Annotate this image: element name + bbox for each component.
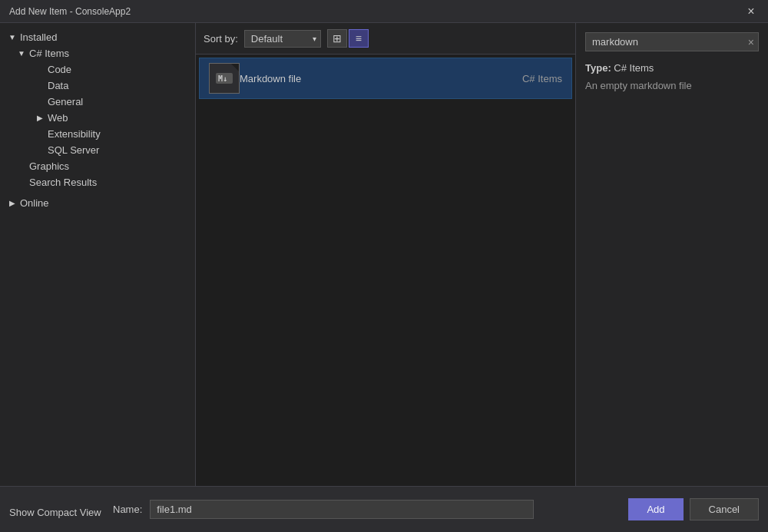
sort-toolbar: Sort by: Default Name Type ⊞ ≡ xyxy=(196,23,575,55)
icon-corner xyxy=(231,64,239,71)
sidebar-item-installed[interactable]: ▼ Installed xyxy=(0,29,195,45)
add-button[interactable]: Add xyxy=(628,498,683,520)
file-category-markdown: C# Items xyxy=(522,73,562,84)
type-prefix: Type: xyxy=(585,62,611,74)
file-list: M↓ Markdown file C# Items xyxy=(196,55,575,486)
sidebar-item-label-sql: SQL Server xyxy=(48,144,99,156)
dialog-body: ▼ Installed ▼ C# Items Code Data General… xyxy=(0,23,768,486)
sidebar-item-graphics[interactable]: Graphics xyxy=(0,158,195,174)
markdown-file-icon: M↓ xyxy=(209,63,240,94)
sidebar-item-search-results[interactable]: Search Results xyxy=(0,174,195,190)
file-name-markdown: Markdown file xyxy=(240,73,522,84)
sort-dropdown-wrapper: Default Name Type xyxy=(244,30,321,48)
svg-text:M↓: M↓ xyxy=(218,74,227,83)
sidebar-item-extensibility[interactable]: Extensibility xyxy=(0,126,195,142)
bottom-buttons: Add Cancel xyxy=(628,498,759,520)
search-clear-button[interactable]: × xyxy=(748,36,754,48)
window-title: Add New Item - ConsoleApp2 xyxy=(9,6,131,17)
name-row: Name: xyxy=(9,500,628,519)
filename-input[interactable] xyxy=(150,500,534,519)
sidebar-item-label-code: Code xyxy=(48,64,71,75)
expand-icon-csharp: ▼ xyxy=(15,49,28,58)
sidebar-item-data[interactable]: Data xyxy=(0,78,195,94)
sidebar-item-label-general: General xyxy=(48,96,83,107)
sidebar-item-label-search-results: Search Results xyxy=(29,177,97,188)
expand-icon-installed: ▼ xyxy=(6,33,18,41)
expand-icon-online: ▶ xyxy=(6,199,18,207)
sort-dropdown[interactable]: Default Name Type xyxy=(244,30,321,48)
file-item-markdown[interactable]: M↓ Markdown file C# Items xyxy=(199,58,572,99)
main-content: Sort by: Default Name Type ⊞ ≡ xyxy=(196,23,576,486)
cancel-button[interactable]: Cancel xyxy=(690,498,759,520)
sidebar-item-web[interactable]: ▶ Web xyxy=(0,110,195,126)
search-input[interactable] xyxy=(585,32,759,51)
name-label: Name: xyxy=(113,504,142,515)
right-panel: × Type: C# Items An empty markdown file xyxy=(576,23,768,486)
sidebar: ▼ Installed ▼ C# Items Code Data General… xyxy=(0,23,196,486)
bottom-bar: Show Compact View Name: Add Cancel xyxy=(0,486,768,532)
view-buttons: ⊞ ≡ xyxy=(327,29,369,48)
sidebar-item-label-online: Online xyxy=(20,197,49,209)
search-box-wrapper: × xyxy=(585,32,759,51)
list-view-button[interactable]: ≡ xyxy=(349,29,369,48)
grid-icon: ⊞ xyxy=(333,32,342,45)
compact-view-label: Show Compact View xyxy=(9,507,101,518)
sidebar-item-label-installed: Installed xyxy=(20,31,57,43)
sort-label: Sort by: xyxy=(204,33,238,45)
close-button[interactable]: × xyxy=(743,4,759,19)
sidebar-item-label-csharp: C# Items xyxy=(29,48,69,59)
sidebar-item-online[interactable]: ▶ Online xyxy=(0,195,195,211)
sidebar-item-general[interactable]: General xyxy=(0,94,195,110)
type-info: Type: C# Items xyxy=(585,62,759,74)
sidebar-item-sql-server[interactable]: SQL Server xyxy=(0,142,195,158)
grid-view-button[interactable]: ⊞ xyxy=(327,29,347,48)
sidebar-item-code[interactable]: Code xyxy=(0,61,195,78)
markdown-symbol: M↓ xyxy=(216,73,233,84)
sidebar-item-label-data: Data xyxy=(48,80,68,91)
title-bar: Add New Item - ConsoleApp2 × xyxy=(0,0,768,23)
sidebar-item-label-graphics: Graphics xyxy=(29,160,69,172)
sidebar-item-csharp[interactable]: ▼ C# Items xyxy=(0,45,195,61)
sidebar-item-label-extensibility: Extensibility xyxy=(48,128,101,140)
file-description: An empty markdown file xyxy=(585,80,759,91)
list-icon: ≡ xyxy=(356,32,362,45)
sidebar-item-label-web: Web xyxy=(48,112,68,124)
expand-icon-web: ▶ xyxy=(34,114,46,122)
type-value: C# Items xyxy=(614,62,654,74)
